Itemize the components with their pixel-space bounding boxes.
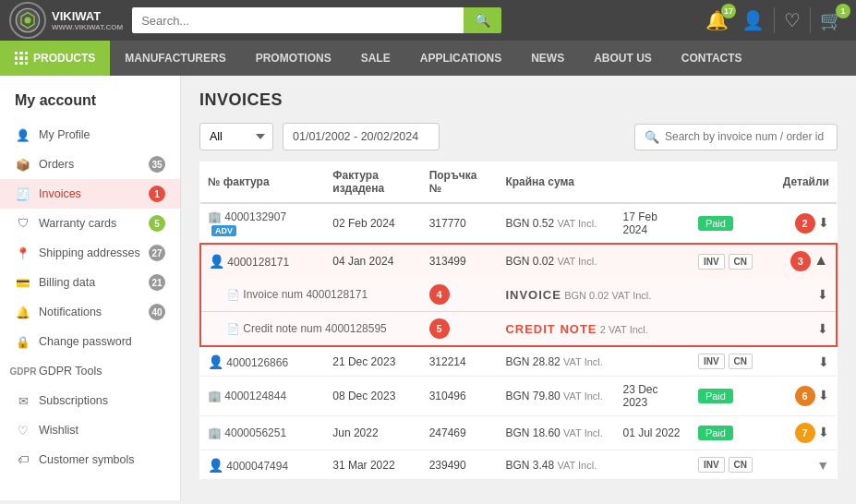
amount: BGN 79.80 VAT Incl. xyxy=(498,377,615,416)
invoice-num: 4000128171 xyxy=(227,256,289,269)
paid-date: 01 Jul 2022 xyxy=(615,416,690,450)
sub-invoice-empty xyxy=(691,278,776,312)
sidebar-item-gdpr[interactable]: GDPR GDPR Tools xyxy=(0,356,180,386)
cn-button[interactable]: CN xyxy=(729,457,753,473)
nav-item-sale[interactable]: SALE xyxy=(346,41,405,76)
download-button[interactable]: ⬇ xyxy=(818,354,829,369)
sidebar-item-profile[interactable]: 👤 My Profile xyxy=(0,120,180,150)
invoice-num: 4000056251 xyxy=(224,426,286,439)
invoice-date: 04 Jan 2024 xyxy=(325,244,421,278)
sub-credit-empty xyxy=(691,312,776,347)
nav-item-contacts[interactable]: CONTACTS xyxy=(667,41,757,76)
search-button[interactable]: 🔍 xyxy=(464,7,501,33)
download-button[interactable]: ⬇ xyxy=(818,388,829,402)
sidebar-label-billing: Billing data xyxy=(39,276,95,289)
download-invoice-button[interactable]: ⬇ xyxy=(817,287,828,302)
sub-invoice-label: INVOICE BGN 0.02 VAT Incl. xyxy=(498,278,691,312)
sidebar-label-wishlist: Wishlist xyxy=(39,424,78,437)
table-row: 🏢 4000124844 08 Dec 2023 310496 BGN 79.8… xyxy=(200,377,837,416)
heart-icon: ♡ xyxy=(15,422,31,438)
sidebar-label-password: Change password xyxy=(39,335,132,348)
order-num: 312214 xyxy=(422,346,499,377)
cart-icon[interactable]: 🛒 1 xyxy=(816,6,847,35)
table-row: 🏢 4000056251 Jun 2022 247469 BGN 18.60 V… xyxy=(200,416,837,450)
search-input[interactable] xyxy=(132,7,464,33)
sidebar-item-warranty[interactable]: 🛡 Warranty cards 5 xyxy=(0,209,180,238)
cn-button[interactable]: CN xyxy=(729,354,753,369)
col-date: Фактура издадена xyxy=(325,162,421,203)
actions-cell: 7 ⬇ xyxy=(776,416,837,450)
nav-item-news[interactable]: NEWS xyxy=(516,41,579,76)
bell-icon: 🔔 xyxy=(15,304,31,320)
expand-arrow[interactable]: ▼ xyxy=(816,458,829,473)
download-button[interactable]: ⬇ xyxy=(818,215,829,230)
sidebar-label-orders: Orders xyxy=(39,158,74,171)
sidebar-item-shipping[interactable]: 📍 Shipping addresses 27 xyxy=(0,238,180,268)
wishlist-icon[interactable]: ♡ xyxy=(780,6,804,35)
nav-item-promotions[interactable]: PROMOTIONS xyxy=(241,41,346,76)
svg-point-1 xyxy=(25,18,31,24)
sidebar-label-subscriptions: Subscriptions xyxy=(39,394,108,407)
amount: BGN 0.02 VAT Incl. xyxy=(498,244,615,278)
search-icon: 🔍 xyxy=(645,130,659,144)
amount: BGN 18.60 VAT Incl. xyxy=(498,416,615,450)
paid-date xyxy=(615,244,690,278)
inv-button[interactable]: INV xyxy=(698,254,725,270)
sub-invoice-download: ⬇ xyxy=(776,278,837,312)
status-cell: Paid xyxy=(691,416,776,450)
sidebar-item-invoices[interactable]: 🧾 Invoices 1 xyxy=(0,179,180,209)
sidebar-item-wishlist[interactable]: ♡ Wishlist xyxy=(0,415,180,445)
nav-item-products[interactable]: PRODUCTS xyxy=(0,41,110,76)
filter-date[interactable]: 01/01/2002 - 20/02/2024 xyxy=(283,123,440,150)
filter-status-select[interactable]: All xyxy=(199,123,273,150)
paid-badge: Paid xyxy=(698,389,733,403)
status-cell: INV CN xyxy=(691,450,776,480)
cn-button[interactable]: CN xyxy=(729,254,753,270)
sidebar-item-orders[interactable]: 📦 Orders 35 xyxy=(0,150,180,179)
person-icon: 👤 xyxy=(208,354,223,369)
sub-credit-step: 5 xyxy=(422,312,499,347)
sidebar-item-subscriptions[interactable]: ✉ Subscriptions xyxy=(0,386,180,415)
sidebar-item-notifications[interactable]: 🔔 Notifications 40 xyxy=(0,297,180,327)
invoice-search-input[interactable] xyxy=(665,130,827,143)
table-row: 👤 4000047494 31 Mar 2022 239490 BGN 3.48… xyxy=(200,450,837,480)
invoice-num-cell: 👤 4000126866 xyxy=(200,346,325,377)
sidebar-item-password[interactable]: 🔒 Change password xyxy=(0,327,180,356)
table-row: 🏢 4000132907 ADV 02 Feb 2024 317770 BGN … xyxy=(200,203,837,244)
cart-badge: 1 xyxy=(836,4,850,18)
invoice-date: 08 Dec 2023 xyxy=(325,377,421,416)
warranty-badge: 5 xyxy=(149,215,165,232)
download-button[interactable]: ⬇ xyxy=(818,425,829,439)
inv-button[interactable]: INV xyxy=(698,457,725,473)
table-row-expanded: 👤 4000128171 04 Jan 2024 313499 BGN 0.02… xyxy=(200,244,837,278)
actions-cell: 3 ▲ xyxy=(776,244,837,278)
chevron-up-button[interactable]: ▲ xyxy=(814,252,828,268)
download-credit-button[interactable]: ⬇ xyxy=(817,321,828,336)
notification-icon[interactable]: 🔔 17 xyxy=(702,6,732,35)
invoice-num: 4000047494 xyxy=(226,460,288,473)
nav-item-manufacturers[interactable]: MANUFACTURERS xyxy=(110,41,240,76)
building-icon: 🏢 xyxy=(208,390,222,402)
sidebar-item-symbols[interactable]: 🏷 Customer symbols xyxy=(0,445,180,474)
actions-cell: ⬇ xyxy=(776,346,837,377)
sidebar-label-shipping: Shipping addresses xyxy=(39,246,140,259)
user-icon[interactable]: 👤 xyxy=(738,6,768,35)
logo-text: VIKIWAT WWW.VIKIWAT.COM xyxy=(52,9,123,31)
nav-item-applications[interactable]: APPLICATIONS xyxy=(405,41,516,76)
email-icon: ✉ xyxy=(15,392,31,409)
step-badge-5: 5 xyxy=(429,318,450,339)
table-row: 👤 4000126866 21 Dec 2023 312214 BGN 28.8… xyxy=(200,346,837,377)
invoice-date: Jun 2022 xyxy=(325,416,421,450)
inv-button[interactable]: INV xyxy=(698,354,725,369)
invoice-num: 4000132907 xyxy=(224,210,286,223)
amount: BGN 3.48 VAT Incl. xyxy=(498,450,615,480)
building-icon: 🏢 xyxy=(208,210,222,223)
invoice-num-cell: 🏢 4000124844 xyxy=(200,377,325,416)
lock-icon: 🔒 xyxy=(15,333,31,350)
sidebar-item-billing[interactable]: 💳 Billing data 21 xyxy=(0,268,180,297)
layout: My account 👤 My Profile 📦 Orders 35 🧾 In… xyxy=(0,76,856,500)
notification-badge: 17 xyxy=(721,4,736,18)
sub-row-invoice: 📄 Invoice num 4000128171 4 INVOICE BGN 0… xyxy=(200,278,837,312)
nav-item-about[interactable]: ABOUT US xyxy=(579,41,667,76)
step-badge-3: 3 xyxy=(790,251,811,271)
